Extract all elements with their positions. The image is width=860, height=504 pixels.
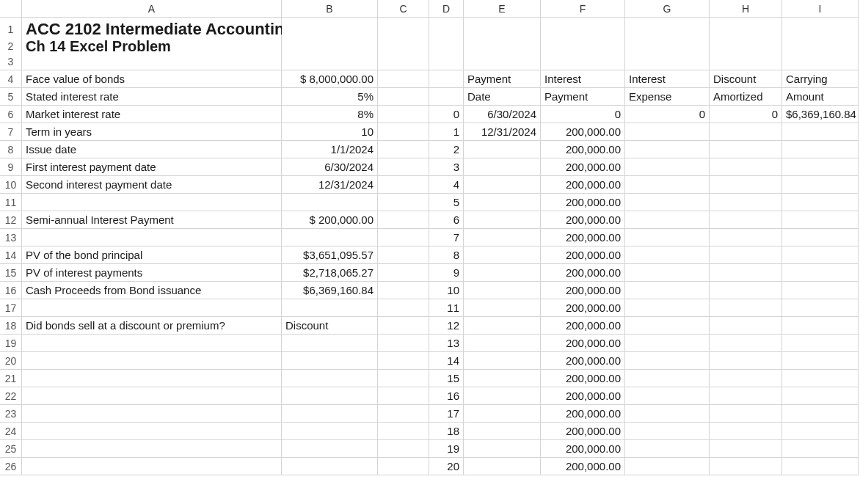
cell-G3[interactable] bbox=[625, 53, 710, 70]
cell-A22[interactable] bbox=[22, 387, 282, 405]
cell-G9[interactable] bbox=[625, 158, 710, 176]
cell-A11[interactable] bbox=[22, 194, 282, 211]
amort-n-14[interactable]: 14 bbox=[429, 352, 464, 370]
amort-n-15[interactable]: 15 bbox=[429, 370, 464, 387]
amort-intpay-1[interactable]: 200,000.00 bbox=[541, 123, 625, 141]
hdr-discount[interactable]: Discount bbox=[710, 70, 782, 88]
amort-n-19[interactable]: 19 bbox=[429, 440, 464, 458]
cell-G10[interactable] bbox=[625, 176, 710, 194]
amort-date-1[interactable]: 12/31/2024 bbox=[464, 123, 541, 141]
cell-B3[interactable] bbox=[282, 53, 378, 70]
cell-C25[interactable] bbox=[378, 440, 429, 458]
cell-C14[interactable] bbox=[378, 246, 429, 264]
cell-C23[interactable] bbox=[378, 405, 429, 423]
cell-E9[interactable] bbox=[464, 158, 541, 176]
cell-E15[interactable] bbox=[464, 264, 541, 282]
label-secondPayDate[interactable]: Second interest payment date bbox=[22, 176, 282, 194]
cell-I14[interactable] bbox=[782, 246, 859, 264]
cell-B20[interactable] bbox=[282, 352, 378, 370]
amort-n-11[interactable]: 11 bbox=[429, 299, 464, 317]
cell-C17[interactable] bbox=[378, 299, 429, 317]
cell-D4[interactable] bbox=[429, 70, 464, 88]
cell-H12[interactable] bbox=[710, 211, 782, 229]
cell-G16[interactable] bbox=[625, 282, 710, 299]
cell-G20[interactable] bbox=[625, 352, 710, 370]
hdr-interest[interactable]: Interest bbox=[541, 70, 625, 88]
value-firstPayDate[interactable]: 6/30/2024 bbox=[282, 158, 378, 176]
amort-intpay-7[interactable]: 200,000.00 bbox=[541, 229, 625, 246]
row-header-21[interactable]: 21 bbox=[0, 370, 22, 387]
label-termYears[interactable]: Term in years bbox=[22, 123, 282, 141]
cell-B24[interactable] bbox=[282, 423, 378, 440]
cell-C13[interactable] bbox=[378, 229, 429, 246]
amort-n-20[interactable]: 20 bbox=[429, 458, 464, 475]
cell-I11[interactable] bbox=[782, 194, 859, 211]
row-header-11[interactable]: 11 bbox=[0, 194, 22, 211]
cell-B21[interactable] bbox=[282, 370, 378, 387]
cell-E25[interactable] bbox=[464, 440, 541, 458]
cell-H17[interactable] bbox=[710, 299, 782, 317]
cell-A26[interactable] bbox=[22, 458, 282, 475]
cell-H23[interactable] bbox=[710, 405, 782, 423]
cell-F3[interactable] bbox=[541, 53, 625, 70]
cell-I8[interactable] bbox=[782, 141, 859, 158]
row-header-9[interactable]: 9 bbox=[0, 158, 22, 176]
amort-n-16[interactable]: 16 bbox=[429, 387, 464, 405]
cell-B11[interactable] bbox=[282, 194, 378, 211]
row-header-6[interactable]: 6 bbox=[0, 106, 22, 123]
cell-A13[interactable] bbox=[22, 229, 282, 246]
cell-H15[interactable] bbox=[710, 264, 782, 282]
cell-H20[interactable] bbox=[710, 352, 782, 370]
amort-intpay-12[interactable]: 200,000.00 bbox=[541, 317, 625, 335]
cell-C3[interactable] bbox=[378, 53, 429, 70]
cell-E24[interactable] bbox=[464, 423, 541, 440]
cell-E11[interactable] bbox=[464, 194, 541, 211]
cell-G21[interactable] bbox=[625, 370, 710, 387]
row-header-17[interactable]: 17 bbox=[0, 299, 22, 317]
row-header-12[interactable]: 12 bbox=[0, 211, 22, 229]
cell-C5[interactable] bbox=[378, 88, 429, 106]
amort-n-12[interactable]: 12 bbox=[429, 317, 464, 335]
cell-E3[interactable] bbox=[464, 53, 541, 70]
cell-A21[interactable] bbox=[22, 370, 282, 387]
cell-C19[interactable] bbox=[378, 335, 429, 352]
cell-C8[interactable] bbox=[378, 141, 429, 158]
amort-intpay-16[interactable]: 200,000.00 bbox=[541, 387, 625, 405]
amort-intpay-8[interactable]: 200,000.00 bbox=[541, 246, 625, 264]
cell-E21[interactable] bbox=[464, 370, 541, 387]
cell-I12[interactable] bbox=[782, 211, 859, 229]
value-marketRate[interactable]: 8% bbox=[282, 106, 378, 123]
row-header-15[interactable]: 15 bbox=[0, 264, 22, 282]
amort-n-0[interactable]: 0 bbox=[429, 106, 464, 123]
cell-G14[interactable] bbox=[625, 246, 710, 264]
amort-n-5[interactable]: 5 bbox=[429, 194, 464, 211]
hdr-carrying[interactable]: Carrying bbox=[782, 70, 859, 88]
col-header-A[interactable]: A bbox=[22, 0, 282, 18]
cell-E16[interactable] bbox=[464, 282, 541, 299]
cell-G23[interactable] bbox=[625, 405, 710, 423]
amort-n-3[interactable]: 3 bbox=[429, 158, 464, 176]
cell-C24[interactable] bbox=[378, 423, 429, 440]
cell-G8[interactable] bbox=[625, 141, 710, 158]
cell-C26[interactable] bbox=[378, 458, 429, 475]
cell-I16[interactable] bbox=[782, 282, 859, 299]
cell-B13[interactable] bbox=[282, 229, 378, 246]
cell-A25[interactable] bbox=[22, 440, 282, 458]
amort-n-7[interactable]: 7 bbox=[429, 229, 464, 246]
cell-A17[interactable] bbox=[22, 299, 282, 317]
cell-H16[interactable] bbox=[710, 282, 782, 299]
cell-C7[interactable] bbox=[378, 123, 429, 141]
cell-G13[interactable] bbox=[625, 229, 710, 246]
col-header-B[interactable]: B bbox=[282, 0, 378, 18]
cell-I22[interactable] bbox=[782, 387, 859, 405]
cell-H7[interactable] bbox=[710, 123, 782, 141]
value-discOrPrem[interactable]: Discount bbox=[282, 317, 378, 335]
cell-H18[interactable] bbox=[710, 317, 782, 335]
amort-n-18[interactable]: 18 bbox=[429, 423, 464, 440]
cell-I21[interactable] bbox=[782, 370, 859, 387]
cell-C15[interactable] bbox=[378, 264, 429, 282]
value-semiAnnualPay[interactable]: $ 200,000.00 bbox=[282, 211, 378, 229]
amort-n-17[interactable]: 17 bbox=[429, 405, 464, 423]
col-header-E[interactable]: E bbox=[464, 0, 541, 18]
cell-C9[interactable] bbox=[378, 158, 429, 176]
